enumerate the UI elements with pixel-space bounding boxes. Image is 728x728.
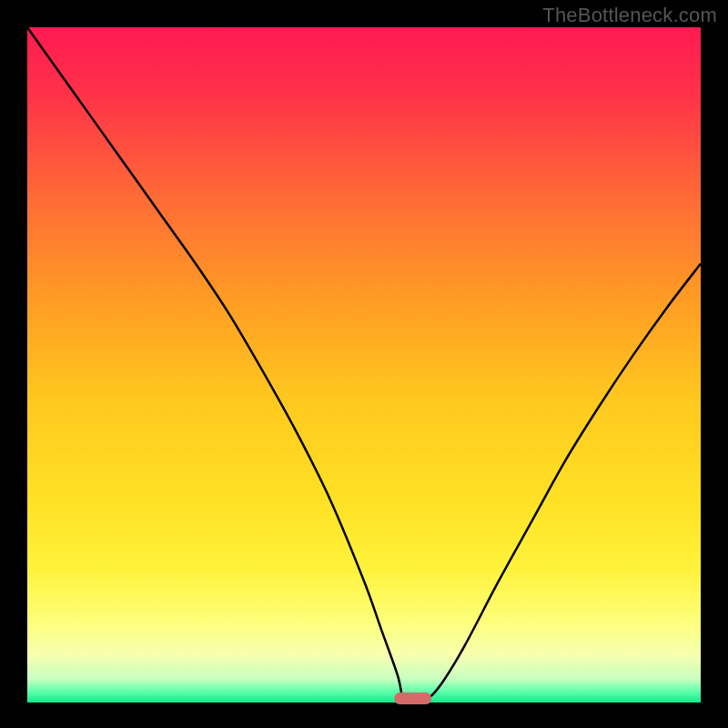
watermark-text: TheBottleneck.com [542, 4, 717, 27]
bottleneck-chart [0, 0, 728, 728]
optimal-marker [394, 693, 431, 704]
gradient-background [27, 27, 701, 703]
chart-frame: TheBottleneck.com [0, 0, 728, 728]
